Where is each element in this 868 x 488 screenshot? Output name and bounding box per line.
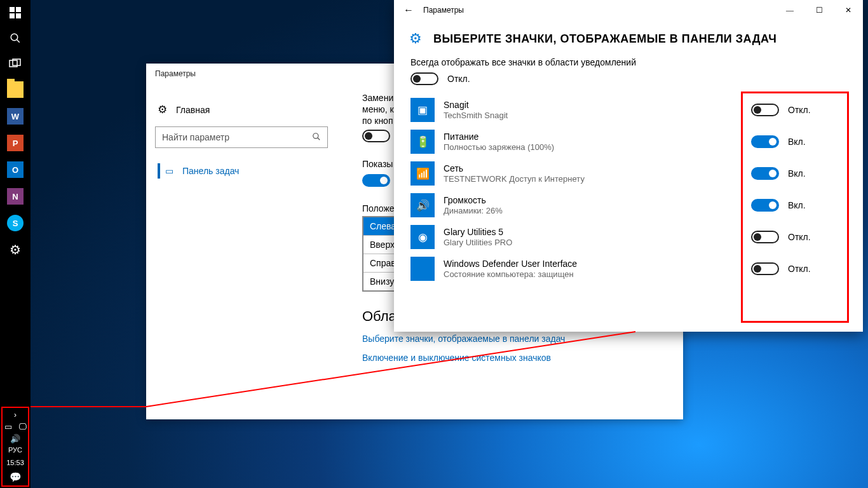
maximize-button[interactable]: ☐	[804, 0, 834, 20]
search-placeholder: Найти параметр	[162, 132, 229, 142]
svg-rect-1	[16, 7, 21, 12]
app-icon: ◉	[410, 225, 435, 249]
sidebar-home-label: Главная	[176, 105, 210, 115]
tray-icon-row: Windows Defender User InterfaceСостояние…	[410, 253, 846, 285]
app-icon: 📶	[410, 161, 435, 186]
toggle-state-text: Откл.	[788, 105, 811, 115]
tray-icon-toggle[interactable]	[751, 167, 779, 180]
svg-rect-2	[10, 13, 15, 18]
back-button[interactable]: ←	[394, 4, 423, 16]
gear-icon: ⚙	[158, 103, 167, 116]
toggle-state-text: Вкл.	[788, 137, 806, 147]
app-subtitle: TESTNETWORK Доступ к Интернету	[444, 174, 751, 184]
toggle-state-text: Откл.	[788, 232, 811, 242]
tray-icon-list: ▣SnagitTechSmith SnagitОткл.🔋ПитаниеПолн…	[410, 94, 846, 285]
sidebar-home[interactable]: ⚙ Главная	[155, 97, 337, 123]
svg-rect-0	[10, 7, 15, 12]
active-indicator	[158, 163, 160, 179]
task-view-icon[interactable]	[0, 51, 31, 76]
always-show-label: Всегда отображать все значки в области у…	[410, 57, 846, 67]
link-toggle-system-icons[interactable]: Включение и выключение системных значков	[362, 353, 674, 363]
app-name: Громкость	[444, 195, 751, 205]
app-subtitle: Состояние компьютера: защищен	[444, 269, 751, 279]
tray-language[interactable]: РУС	[8, 444, 22, 456]
tray-icon-toggle[interactable]	[751, 231, 779, 243]
bg-sidebar: ⚙ Главная Найти параметр ▭ Панель задач	[146, 90, 337, 184]
app-subtitle: Glary Utilities PRO	[444, 238, 751, 247]
taskbar-app-powerpoint[interactable]: P	[0, 130, 31, 156]
toggle-always-show-all[interactable]	[410, 72, 438, 85]
taskbar-app-explorer[interactable]	[0, 76, 31, 103]
tray-volume-icon[interactable]: 🔊	[10, 434, 21, 444]
tray-battery-icon[interactable]: ▭	[3, 422, 14, 431]
taskbar-app-onenote[interactable]: N	[0, 183, 31, 210]
svg-line-9	[318, 137, 320, 140]
app-name: Snagit	[444, 100, 751, 110]
app-subtitle: Полностью заряжена (100%)	[444, 142, 751, 152]
svg-point-8	[313, 133, 318, 138]
fg-window-title: Параметры	[423, 6, 775, 15]
settings-window-select-icons: ← Параметры — ☐ ✕ ⚙ ВЫБЕРИТЕ ЗНАЧКИ, ОТО…	[394, 0, 863, 332]
tray-icon-row: ◉Glary Utilities 5Glary Utilities PROОтк…	[410, 221, 846, 253]
tray-icon-toggle[interactable]	[751, 262, 779, 275]
close-button[interactable]: ✕	[834, 0, 863, 20]
tray-clock[interactable]: 15:53	[6, 456, 24, 469]
settings-search-input[interactable]: Найти параметр	[155, 126, 328, 148]
tray-icon-row: 🔊ГромкостьДинамики: 26%Вкл.	[410, 189, 846, 221]
gear-icon: ⚙	[409, 30, 422, 47]
app-name: Сеть	[444, 163, 751, 173]
tray-icon-row: 📶СетьTESTNETWORK Доступ к ИнтернетуВкл.	[410, 158, 846, 189]
tray-icon-toggle[interactable]	[751, 199, 779, 212]
taskbar-app-word[interactable]: W	[0, 103, 31, 130]
toggle-state-text: Вкл.	[788, 200, 806, 210]
taskbar-app-skype[interactable]: S	[0, 210, 31, 236]
minimize-button[interactable]: —	[775, 0, 804, 20]
sidebar-item-taskbar[interactable]: ▭ Панель задач	[155, 158, 337, 184]
toggle-show[interactable]	[362, 174, 390, 187]
tray-icon-toggle[interactable]	[751, 104, 779, 116]
app-name: Windows Defender User Interface	[444, 259, 751, 269]
app-subtitle: Динамики: 26%	[444, 206, 751, 215]
svg-rect-3	[16, 13, 21, 18]
taskbar-app-outlook[interactable]: O	[0, 156, 31, 183]
taskbar-app-settings[interactable]: ⚙	[0, 236, 31, 263]
taskbar-nav-icon: ▭	[165, 166, 173, 176]
page-heading: ВЫБЕРИТЕ ЗНАЧКИ, ОТОБРАЖАЕМЫЕ В ПАНЕЛИ З…	[433, 32, 776, 46]
app-icon: ▣	[410, 98, 435, 122]
app-subtitle: TechSmith Snagit	[444, 111, 751, 120]
start-button[interactable]	[0, 0, 31, 25]
svg-point-4	[11, 34, 18, 41]
tray-network-icon[interactable]: 🖵	[17, 422, 28, 431]
link-select-taskbar-icons[interactable]: Выберите значки, отображаемые в панели з…	[362, 334, 674, 344]
taskbar: W P O N S ⚙ › ▭ 🖵 🔊 РУС 15:53 💬	[0, 0, 31, 488]
toggle-state-text: Откл.	[788, 264, 811, 274]
tray-icon-toggle[interactable]	[751, 135, 779, 148]
sidebar-item-label: Панель задач	[182, 166, 239, 176]
app-icon: 🔋	[410, 130, 435, 154]
app-name: Питание	[444, 132, 751, 142]
fg-titlebar: ← Параметры — ☐ ✕	[394, 0, 863, 20]
app-icon: 🔊	[410, 193, 435, 217]
app-name: Glary Utilities 5	[444, 227, 751, 237]
toggle-state-text: Откл.	[447, 74, 470, 84]
tray-action-center-icon[interactable]: 💬	[10, 471, 21, 483]
system-tray: › ▭ 🖵 🔊 РУС 15:53 💬	[1, 407, 29, 487]
toggle-replace[interactable]	[362, 130, 390, 142]
search-icon[interactable]	[0, 25, 31, 51]
tray-icon-row: 🔋ПитаниеПолностью заряжена (100%)Вкл.	[410, 126, 846, 158]
tray-overflow-icon[interactable]: ›	[10, 410, 21, 419]
tray-icon-row: ▣SnagitTechSmith SnagitОткл.	[410, 94, 846, 126]
search-icon	[312, 132, 321, 143]
app-icon	[410, 257, 435, 281]
svg-line-5	[17, 39, 20, 43]
toggle-state-text: Вкл.	[788, 168, 806, 179]
